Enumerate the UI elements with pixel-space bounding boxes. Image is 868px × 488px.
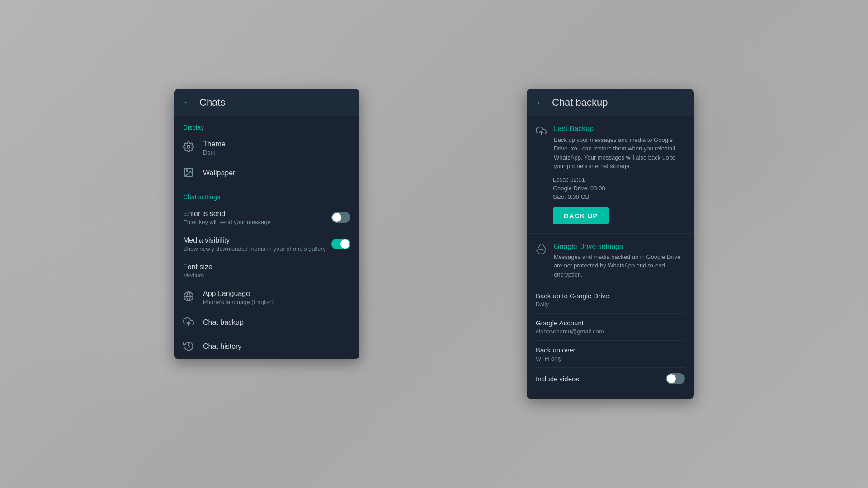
- chat-history-title: Chat history: [203, 343, 241, 351]
- google-account-item[interactable]: Google Account elphasonamu@gmail.com: [536, 313, 685, 340]
- enter-is-send-text: Enter is send Enter key will send your m…: [183, 210, 331, 225]
- theme-title: Theme: [203, 140, 226, 148]
- backup-to-google-drive-item[interactable]: Back up to Google Drive Daily: [536, 286, 685, 313]
- last-backup-title-block: Last Backup Back up your messages and me…: [554, 125, 685, 171]
- enter-is-send-toggle[interactable]: [331, 212, 350, 223]
- media-visibility-title: Media visibility: [183, 236, 331, 244]
- font-size-text: Font size Medium: [183, 263, 350, 279]
- chats-panel: ← Chats Display Theme Dark: [174, 89, 359, 359]
- google-drive-title-block: Google Drive settings Messages and media…: [554, 243, 685, 279]
- backup-to-google-drive-title: Back up to Google Drive: [536, 292, 685, 300]
- back-up-button[interactable]: BACK UP: [553, 207, 609, 224]
- enter-is-send-subtitle: Enter key will send your message: [183, 219, 331, 225]
- media-visibility-toggle[interactable]: [331, 239, 350, 249]
- chat-backup-title: Chat backup: [203, 319, 244, 327]
- last-backup-header: Last Backup Back up your messages and me…: [536, 125, 685, 171]
- media-visibility-text: Media visibility Show newly downloaded m…: [183, 236, 331, 252]
- theme-text: Theme Dark: [203, 140, 226, 156]
- backup-to-google-drive-value: Daily: [536, 301, 685, 308]
- app-language-item[interactable]: App Language Phone's language (English): [174, 284, 359, 311]
- backup-header: ← Chat backup: [527, 89, 694, 116]
- include-videos-label: Include videos: [536, 375, 666, 383]
- media-visibility-subtitle: Show newly downloaded media in your phon…: [183, 245, 331, 252]
- globe-icon: [183, 291, 194, 304]
- gear-icon: [183, 141, 194, 155]
- enter-is-send-title: Enter is send: [183, 210, 331, 218]
- chats-back-button[interactable]: ←: [183, 97, 192, 108]
- last-backup-desc: Back up your messages and media to Googl…: [554, 136, 685, 171]
- theme-menu-item[interactable]: Theme Dark: [174, 135, 359, 161]
- include-videos-toggle[interactable]: [666, 373, 685, 384]
- wallpaper-title: Wallpaper: [203, 169, 235, 177]
- google-drive-icon: [536, 244, 547, 257]
- backup-size-value: 0.98 GB: [568, 193, 590, 200]
- wallpaper-menu-item[interactable]: Wallpaper: [174, 161, 359, 185]
- include-videos-item[interactable]: Include videos: [536, 367, 685, 389]
- chat-backup-text: Chat backup: [203, 319, 244, 327]
- backup-google-drive-row: Google Drive: 03:08: [553, 185, 685, 192]
- chat-history-text: Chat history: [203, 343, 241, 351]
- backup-google-drive-value: 03:08: [590, 185, 605, 192]
- panels-container: ← Chats Display Theme Dark: [174, 89, 694, 399]
- google-account-title: Google Account: [536, 319, 685, 327]
- chats-header: ← Chats: [174, 89, 359, 116]
- backup-title: Chat backup: [552, 97, 608, 108]
- backup-info: Local: 02:01 Google Drive: 03:08 Size: 0…: [536, 176, 685, 200]
- google-account-value: elphasonamu@gmail.com: [536, 328, 685, 335]
- backup-back-button[interactable]: ←: [536, 97, 545, 108]
- font-size-subtitle: Medium: [183, 272, 350, 279]
- last-backup-title: Last Backup: [554, 125, 685, 133]
- chat-settings-section-label: Chat settings: [174, 185, 359, 204]
- cloud-upload-icon: [183, 316, 194, 329]
- history-icon: [183, 340, 194, 353]
- display-section-label: Display: [174, 116, 359, 135]
- enter-is-send-toggle-container[interactable]: [331, 212, 350, 223]
- backup-over-value: Wi-Fi only: [536, 355, 685, 362]
- media-visibility-toggle-container[interactable]: [331, 239, 350, 249]
- include-videos-toggle-knob: [667, 374, 676, 383]
- backup-panel: ← Chat backup Last Backup Back up your m…: [527, 89, 694, 399]
- media-visibility-toggle-knob: [340, 239, 349, 249]
- font-size-item[interactable]: Font size Medium: [174, 258, 359, 284]
- svg-point-0: [187, 145, 190, 148]
- last-backup-cloud-icon: [536, 126, 547, 139]
- backup-local-label: Local:: [553, 176, 569, 183]
- enter-is-send-toggle-knob: [332, 213, 341, 222]
- last-backup-section: Last Backup Back up your messages and me…: [527, 116, 694, 234]
- app-language-text: App Language Phone's language (English): [203, 290, 275, 305]
- svg-point-2: [186, 170, 188, 171]
- chat-history-item[interactable]: Chat history: [174, 335, 359, 359]
- google-drive-title: Google Drive settings: [554, 243, 685, 251]
- chats-title: Chats: [199, 97, 225, 108]
- theme-subtitle: Dark: [203, 149, 226, 156]
- font-size-title: Font size: [183, 263, 350, 271]
- backup-over-title: Back up over: [536, 346, 685, 354]
- app-language-title: App Language: [203, 290, 275, 298]
- backup-size-row: Size: 0.98 GB: [553, 193, 685, 200]
- backup-over-item[interactable]: Back up over Wi-Fi only: [536, 340, 685, 367]
- backup-local-value: 02:01: [570, 176, 585, 183]
- google-drive-header: Google Drive settings Messages and media…: [536, 243, 685, 279]
- google-drive-section: Google Drive settings Messages and media…: [527, 234, 694, 399]
- image-icon: [183, 167, 194, 180]
- chat-backup-item[interactable]: Chat backup: [174, 311, 359, 335]
- media-visibility-item[interactable]: Media visibility Show newly downloaded m…: [174, 231, 359, 258]
- google-drive-desc: Messages and media backed up in Google D…: [554, 253, 685, 279]
- backup-size-label: Size:: [553, 193, 566, 200]
- enter-is-send-item[interactable]: Enter is send Enter key will send your m…: [174, 204, 359, 231]
- backup-local-row: Local: 02:01: [553, 176, 685, 183]
- wallpaper-text: Wallpaper: [203, 169, 235, 177]
- backup-google-drive-label: Google Drive:: [553, 185, 589, 192]
- app-language-subtitle: Phone's language (English): [203, 299, 275, 305]
